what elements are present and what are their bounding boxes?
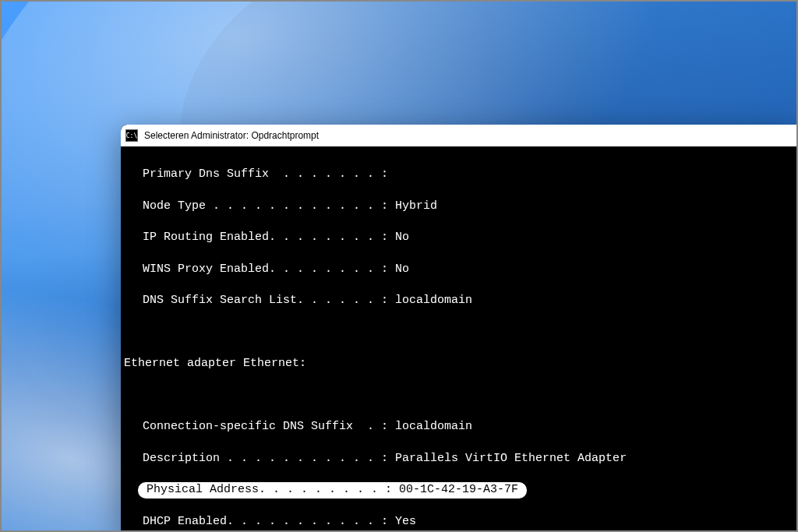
output-line: WINS Proxy Enabled. . . . . . . . : No: [124, 262, 796, 277]
blank-line: [124, 325, 796, 340]
terminal-output[interactable]: Primary Dns Suffix . . . . . . . : Node …: [121, 146, 798, 532]
output-line: IP Routing Enabled. . . . . . . . : No: [124, 230, 796, 245]
adapter-heading: Ethernet adapter Ethernet:: [124, 356, 796, 372]
command-prompt-window: C:\ Selecteren Administrator: Opdrachtpr…: [121, 125, 798, 532]
output-line: Primary Dns Suffix . . . . . . . :: [124, 167, 796, 182]
window-title: Selecteren Administrator: Opdrachtprompt: [144, 130, 319, 141]
output-line: DHCP Enabled. . . . . . . . . . . : Yes: [124, 514, 796, 530]
output-line: DNS Suffix Search List. . . . . . : loca…: [124, 293, 796, 308]
cmd-icon: C:\: [125, 129, 138, 142]
output-line: Description . . . . . . . . . . . : Para…: [124, 451, 796, 467]
blank-line: [124, 388, 796, 403]
window-titlebar[interactable]: C:\ Selecteren Administrator: Opdrachtpr…: [121, 125, 798, 146]
output-line: Node Type . . . . . . . . . . . . : Hybr…: [124, 199, 796, 214]
physical-address-highlighted: Physical Address. . . . . . . . . : 00-1…: [124, 482, 796, 498]
output-line: Connection-specific DNS Suffix . : local…: [124, 419, 796, 435]
